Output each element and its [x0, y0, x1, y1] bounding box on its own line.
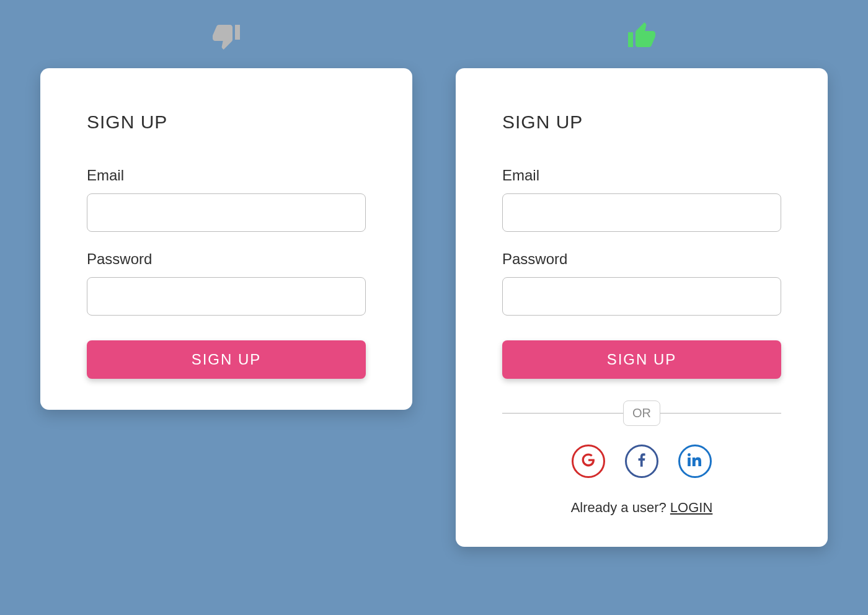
- bad-signup-card: SIGN UP Email Password SIGN UP: [40, 68, 412, 410]
- facebook-icon: [634, 452, 650, 471]
- email-input[interactable]: [87, 193, 366, 232]
- or-divider: OR: [502, 400, 781, 426]
- linkedin-signin-button[interactable]: [678, 445, 712, 478]
- password-field-group: Password: [87, 250, 366, 316]
- signup-title: SIGN UP: [502, 112, 781, 133]
- footer-prefix: Already a user?: [571, 500, 670, 515]
- signup-button[interactable]: SIGN UP: [502, 340, 781, 379]
- divider-line-left: [502, 413, 624, 414]
- facebook-signin-button[interactable]: [625, 445, 658, 478]
- email-label: Email: [502, 167, 781, 184]
- password-field-group: Password: [502, 250, 781, 316]
- password-label: Password: [502, 250, 781, 268]
- login-link[interactable]: LOGIN: [670, 500, 712, 515]
- google-signin-button[interactable]: [572, 445, 605, 478]
- password-label: Password: [87, 250, 366, 268]
- thumbs-down-icon: [210, 19, 242, 53]
- or-badge: OR: [623, 400, 660, 426]
- bad-example-column: SIGN UP Email Password SIGN UP: [28, 19, 425, 615]
- divider-line-right: [660, 413, 781, 414]
- google-icon: [580, 452, 596, 471]
- linkedin-icon: [688, 453, 702, 470]
- login-footer: Already a user? LOGIN: [502, 500, 781, 516]
- email-field-group: Email: [87, 167, 366, 232]
- social-login-row: [502, 445, 781, 478]
- password-input[interactable]: [502, 277, 781, 316]
- email-field-group: Email: [502, 167, 781, 232]
- signup-button[interactable]: SIGN UP: [87, 340, 366, 379]
- good-example-column: SIGN UP Email Password SIGN UP OR: [443, 19, 840, 615]
- thumbs-up-icon: [626, 19, 658, 53]
- password-input[interactable]: [87, 277, 366, 316]
- email-input[interactable]: [502, 193, 781, 232]
- signup-title: SIGN UP: [87, 112, 366, 133]
- email-label: Email: [87, 167, 366, 184]
- good-signup-card: SIGN UP Email Password SIGN UP OR: [456, 68, 828, 547]
